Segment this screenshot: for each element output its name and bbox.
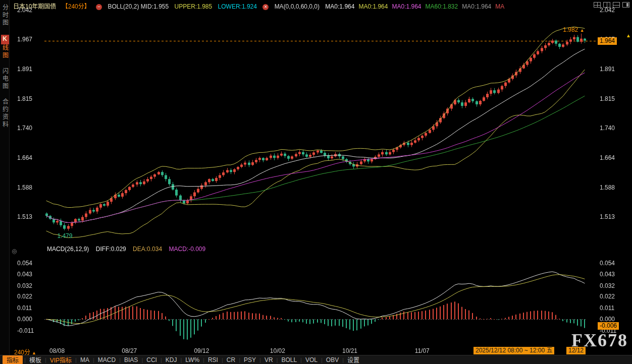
x-axis-tick: 08/08 xyxy=(49,347,65,354)
price-axis-marker-icon: ▲ xyxy=(626,33,631,38)
macd-last-tag: -0.006 xyxy=(598,322,619,330)
sidebar-item-time-chart[interactable]: 分时图 xyxy=(1,4,9,27)
toolbar-tab-BIAS[interactable]: BIAS xyxy=(121,356,141,363)
boll-upper-value: UPPER:1.985 xyxy=(175,3,213,10)
time-axis: 240分▲ 2025/12/12 08:00 ~ 12:00 五 12/12 0… xyxy=(0,346,632,355)
collapse-circle-icon[interactable]: − xyxy=(96,4,102,10)
toolbar-tab-CR[interactable]: CR xyxy=(223,356,239,363)
toolbar-tab-MA[interactable]: MA xyxy=(77,356,93,363)
trading-app-window: 分时图K线图闪电图合约资料 日本10年期国债 【240分】 − BOLL(20,… xyxy=(0,0,632,364)
ma-value-0: MA0:1.964 xyxy=(325,3,354,10)
toolbar-tab-OBV[interactable]: OBV xyxy=(323,356,342,363)
x-axis-tick: 11/07 xyxy=(415,347,430,354)
session-low-label: 1.479 xyxy=(57,232,72,239)
session-high-label: 1.982 ▲ xyxy=(563,26,584,33)
toolbar-tab-MACD[interactable]: MACD xyxy=(94,356,119,363)
target-icon[interactable]: ◎ xyxy=(12,248,17,255)
indicator-header: 日本10年期国债 【240分】 − BOLL(20,2) MID:1.955 U… xyxy=(13,2,508,9)
active-tab-badge: K xyxy=(1,35,9,44)
ma-value-2: MA0:1.964 xyxy=(392,3,421,10)
last-price-tag: 1.964 xyxy=(598,37,617,45)
x-axis-tick: 09/12 xyxy=(194,347,209,354)
sidebar-item-contract-info[interactable]: 合约资料 xyxy=(1,98,9,129)
toolbar-tab-VIP指标[interactable]: VIP指标 xyxy=(46,355,75,364)
x-axis-tick: 08/27 xyxy=(122,347,137,354)
toolbar-tab-指标[interactable]: 指标 xyxy=(3,355,23,364)
macd-diff-value: DIFF:0.029 xyxy=(96,246,126,253)
macd-bar-value: MACD:-0.009 xyxy=(169,246,205,253)
visible-range-label: 2025/12/12 08:00 ~ 12:00 五 xyxy=(473,347,554,354)
indicator-toolbar: 指标|模板|VIP指标|MA|MACD|BIAS|CCI|KDJ|LW%|RSI… xyxy=(0,355,632,364)
boll-summary: BOLL(20,2) MID:1.955 xyxy=(108,3,169,10)
toolbar-tab-RSI[interactable]: RSI xyxy=(204,356,222,363)
toolbar-tab-KDJ[interactable]: KDJ xyxy=(162,356,181,363)
toolbar-tab-CCI[interactable]: CCI xyxy=(143,356,161,363)
sidebar-item-lightning-chart[interactable]: 闪电图 xyxy=(1,68,9,90)
ma-value-5: MA xyxy=(495,3,504,10)
x-axis-tick: 10/21 xyxy=(342,347,357,354)
ma-value-1: MA0:1.964 xyxy=(358,3,388,10)
horizontal-split-icon[interactable] xyxy=(613,2,620,8)
vertical-split-icon[interactable] xyxy=(603,2,610,8)
macd-params-label: MACD(26,12,9) xyxy=(47,246,89,253)
x-axis-tick: 10/02 xyxy=(270,347,285,354)
sidebar-item-label: 线图 xyxy=(2,44,9,59)
toolbar-tab-PSY[interactable]: PSY xyxy=(240,356,259,363)
toolbar-tab-LW%[interactable]: LW% xyxy=(182,356,203,363)
ma-values: MA0:1.964MA0:1.964MA0:1.964MA60:1.832MA0… xyxy=(325,3,508,10)
chart-type-sidebar: 分时图K线图闪电图合约资料 xyxy=(0,0,10,364)
toolbar-tab-VOL[interactable]: VOL xyxy=(302,356,321,363)
macd-header: MACD(26,12,9) DIFF:0.029 DEA:0.034 MACD:… xyxy=(47,246,210,253)
kline-chart-canvas[interactable] xyxy=(0,0,632,364)
boll-lower-value: LOWER:1.924 xyxy=(218,3,257,10)
ma-summary: MA(0,0,0,60,0,0) xyxy=(275,3,320,10)
current-date-label: 12/12 xyxy=(566,347,586,354)
instrument-title: 日本10年期国债 xyxy=(13,2,56,10)
sidebar-item-kline-chart[interactable]: K线图 xyxy=(1,35,9,59)
ma-value-3: MA60:1.832 xyxy=(426,3,458,10)
ma-value-4: MA0:1.964 xyxy=(462,3,491,10)
toolbar-tab-VR[interactable]: VR xyxy=(261,356,277,363)
window-layout-controls xyxy=(594,2,629,8)
toolbar-tab-BOLL[interactable]: BOLL xyxy=(278,356,300,363)
sidebar-layout-icon[interactable] xyxy=(622,2,629,8)
toolbar-tab-设置[interactable]: 设置 xyxy=(344,355,363,364)
toolbar-tab-模板[interactable]: 模板 xyxy=(26,355,45,364)
grid-layout-icon[interactable] xyxy=(594,2,601,8)
period-badge: 【240分】 xyxy=(62,2,90,10)
session-high-value: 1.982 xyxy=(563,26,578,33)
up-triangle-icon: ▲ xyxy=(580,28,585,33)
macd-dea-value: DEA:0.034 xyxy=(133,246,162,253)
